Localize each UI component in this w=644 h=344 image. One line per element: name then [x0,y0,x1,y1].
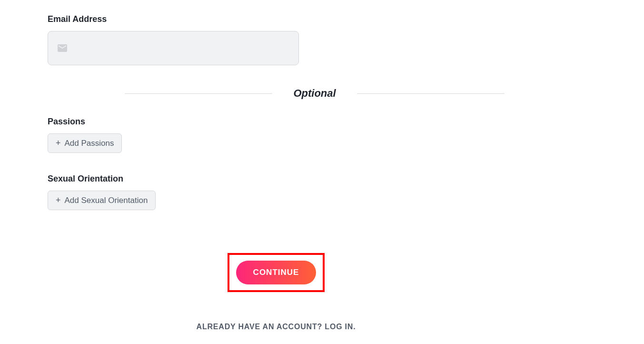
orientation-section: Sexual Orientation + Add Sexual Orientat… [48,174,505,210]
plus-icon: + [56,195,61,205]
continue-wrapper: CONTINUE [48,253,505,292]
login-prompt: ALREADY HAVE AN ACCOUNT? [197,323,325,331]
passions-section: Passions + Add Passions [48,117,505,153]
highlight-box: CONTINUE [228,253,325,292]
passions-label: Passions [48,117,505,127]
email-label: Email Address [48,14,505,24]
add-orientation-label: Add Sexual Orientation [65,196,148,205]
continue-button[interactable]: CONTINUE [236,261,317,284]
plus-icon: + [56,138,61,148]
email-input-wrapper[interactable] [48,31,299,65]
add-orientation-button[interactable]: + Add Sexual Orientation [48,191,156,210]
login-row: ALREADY HAVE AN ACCOUNT? LOG IN. [48,323,505,331]
divider-label: Optional [272,87,357,100]
optional-divider: Optional [48,87,505,100]
login-link[interactable]: LOG IN. [325,323,356,331]
email-input[interactable] [68,31,290,65]
orientation-label: Sexual Orientation [48,174,505,184]
add-passions-button[interactable]: + Add Passions [48,133,122,153]
email-section: Email Address [48,14,505,65]
add-passions-label: Add Passions [65,139,114,148]
divider-line-left [125,93,272,94]
divider-line-right [357,93,505,94]
email-icon [57,42,68,54]
